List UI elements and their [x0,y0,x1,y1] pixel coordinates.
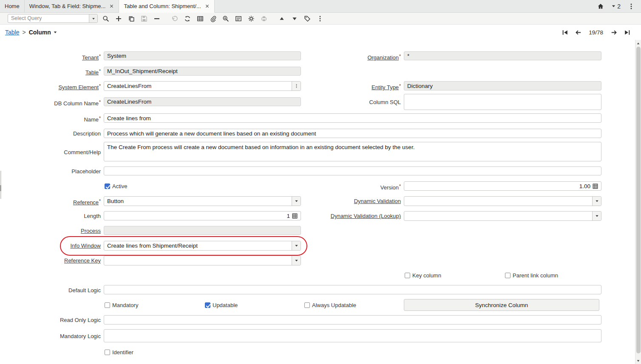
key-column-checkbox[interactable] [405,273,410,278]
new-record-button[interactable] [113,14,123,23]
key-column-checkbox-label: Key column [412,272,441,279]
dynamic-validation-lookup-dropdown-button[interactable] [592,212,601,220]
required-marker: * [99,69,101,73]
key-column-checkbox-row: Key column [405,272,441,279]
zoom-across-button[interactable] [221,14,230,23]
required-marker: * [399,184,401,189]
tab-home[interactable]: Home [0,0,25,12]
dynamic-validation-field[interactable] [404,196,601,206]
column-sql-field[interactable] [404,94,601,110]
table-label[interactable]: Table* [9,68,101,76]
read-only-logic-field[interactable] [104,315,601,324]
copy-record-button[interactable] [126,14,136,23]
last-record-button[interactable] [622,28,632,37]
tab-close-icon[interactable] [205,4,210,8]
comment-help-field[interactable]: The Create From process will create a ne… [104,142,601,161]
scroll-up-arrow[interactable] [635,40,641,46]
tabbar-more-icon[interactable] [628,3,635,10]
tab-table-and-column-label: Table and Column: Shipment/... [124,3,201,9]
scroll-down-arrow[interactable] [635,358,641,364]
vertical-scrollbar[interactable] [635,40,641,364]
db-column-name-value: CreateLinesFrom [107,99,298,105]
entity-type-label[interactable]: Entity Type* [293,83,401,90]
dynamic-validation-dropdown-button[interactable] [592,197,601,206]
placeholder-field[interactable] [104,166,601,175]
parent-link-column-checkbox[interactable] [505,273,511,278]
dynamic-validation-label[interactable]: Dynamic Validation [293,198,401,204]
organization-label[interactable]: Organization* [293,53,401,61]
tab-table-and-column[interactable]: Table and Column: Shipment/... [119,0,214,13]
dynamic-validation-lookup-field[interactable] [404,211,601,221]
active-checkbox[interactable] [105,183,110,189]
name-field[interactable]: Create lines from [104,113,601,123]
updatable-checkbox[interactable] [205,302,210,308]
dynamic-validation-lookup-label[interactable]: Dynamic Validation (Lookup) [293,213,401,219]
reference-field[interactable]: Button [104,196,301,206]
reference-key-field[interactable] [104,256,301,265]
tenant-field: System [104,51,301,60]
parent-record-button[interactable] [277,14,286,23]
required-marker: * [99,54,101,59]
next-record-button[interactable] [609,28,618,37]
search-icon [102,15,109,22]
reference-label[interactable]: Reference* [9,198,101,206]
tenant-label[interactable]: Tenant* [9,53,101,61]
label-button[interactable] [302,14,312,23]
info-window-label[interactable]: Info Window [9,243,101,249]
refresh-icon [184,15,191,22]
version-field[interactable]: 1.00 [404,181,601,191]
splitter-grip[interactable] [0,185,1,191]
always-updatable-checkbox[interactable] [304,302,310,308]
calculator-icon[interactable] [593,183,598,189]
info-window-field[interactable]: Create lines from Shipment/Receipt [104,241,301,251]
toolbar-more-button[interactable] [315,14,325,23]
undo-button[interactable] [170,14,179,23]
scrollbar-thumb[interactable] [636,47,641,353]
info-window-value: Create lines from Shipment/Receipt [107,243,292,249]
undo-icon [171,15,178,22]
chevron-down-icon [294,258,299,263]
reference-key-label[interactable]: Reference Key [9,257,101,264]
system-element-value: CreateLinesFrom [107,83,292,89]
mandatory-logic-field[interactable] [104,329,601,342]
chevron-down-icon [595,214,599,218]
grid-toggle-button[interactable] [195,14,205,23]
delete-record-button[interactable] [152,14,162,23]
select-query-dropdown-button[interactable] [89,14,97,23]
save-button[interactable] [139,14,149,23]
detail-record-button[interactable] [289,14,299,23]
left-splitter-handle[interactable] [0,171,1,199]
system-element-label[interactable]: System Element* [9,83,101,90]
print-button[interactable] [259,14,269,23]
identifier-checkbox[interactable] [105,350,110,355]
chevron-down-icon [611,4,616,8]
reference-key-dropdown-button[interactable] [292,256,301,265]
select-query-combo[interactable]: Select Query [8,14,98,23]
tab-close-icon[interactable] [109,4,114,8]
active-checkbox-label: Active [112,183,127,189]
default-logic-field[interactable] [104,285,601,294]
first-record-button[interactable] [560,28,570,37]
window-selector[interactable]: 2 [611,3,621,10]
length-field[interactable]: 1 [104,211,301,220]
zoom-icon [222,15,229,22]
description-field[interactable]: Process which will generate a new docume… [104,129,601,138]
breadcrumb-table-link[interactable]: Table [5,29,19,36]
required-marker: * [399,54,401,59]
home-icon[interactable] [597,3,604,10]
find-button[interactable] [101,14,111,23]
process-label[interactable]: Process [9,228,101,234]
db-column-name-label: DB Column Name* [9,99,101,107]
info-window-dropdown-button[interactable] [292,241,301,250]
report-button[interactable] [233,14,243,23]
tab-window-tab-field[interactable]: Window, Tab & Field: Shipme... [25,0,119,12]
previous-record-button[interactable] [573,28,583,37]
refresh-button[interactable] [182,14,192,23]
breadcrumb-column-dropdown[interactable]: Column [29,29,57,36]
attachment-button[interactable] [208,14,218,23]
mandatory-checkbox[interactable] [105,302,110,308]
synchronize-column-button[interactable]: Synchronize Column [404,299,599,311]
window-toolbar: Select Query [0,13,641,25]
system-element-field[interactable]: CreateLinesFrom [104,81,301,91]
process-button[interactable] [246,14,256,23]
